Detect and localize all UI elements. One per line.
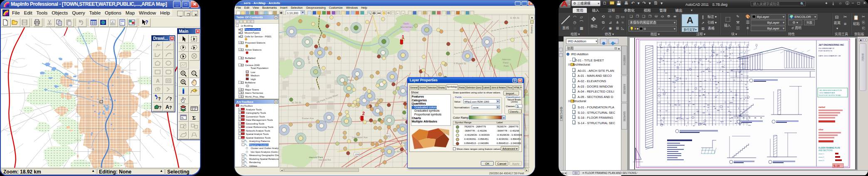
svg-text:silver: silver — [819, 129, 823, 131]
svg-text:Nash: Nash — [403, 22, 409, 25]
svg-text:Σ: Σ — [192, 115, 196, 121]
svg-text:1: 1 — [402, 34, 404, 39]
svg-text:?: ? — [159, 105, 161, 110]
svg-text:?: ? — [145, 20, 148, 25]
svg-text:Harrold Park: Harrold Park — [309, 156, 324, 159]
svg-text:marked: marked — [819, 106, 825, 108]
svg-text:2: 2 — [362, 111, 365, 116]
svg-text:?: ? — [169, 97, 172, 101]
svg-text:Foster Ave: Foster Ave — [302, 117, 314, 120]
svg-text:S-16: S-16 — [833, 164, 840, 167]
svg-text:FLOOR FRAMING PLAN: FLOOR FRAMING PLAN — [819, 147, 840, 149]
svg-text:?: ? — [158, 97, 161, 101]
svg-text:Park: Park — [504, 65, 509, 67]
svg-text:Harrold Rd: Harrold Rd — [319, 159, 331, 161]
svg-text:Elementary: Elementary — [401, 26, 413, 28]
svg-text:200 GREENLEAF ST: 200 GREENLEAF ST — [819, 47, 835, 49]
svg-text:sheet 2: sheet 2 — [819, 156, 824, 158]
svg-text:?: ? — [169, 105, 172, 110]
svg-text:FORT WORTH TX: FORT WORTH TX — [819, 50, 832, 52]
svg-text:A: A — [166, 104, 169, 110]
svg-text:1 2: 1 2 — [192, 108, 196, 110]
svg-text:Lancaster Ave: Lancaster Ave — [352, 136, 368, 139]
svg-text:F Peach St: F Peach St — [454, 62, 466, 65]
svg-text:AND SECTIONS: AND SECTIONS — [819, 149, 833, 152]
svg-text:199: 199 — [355, 153, 359, 156]
svg-text:DATE: 03/05 DRAWN BY: JW: DATE: 03/05 DRAWN BY: JW — [819, 55, 841, 57]
svg-text:J&T ENGINEERING INC: J&T ENGINEERING INC — [819, 44, 844, 46]
svg-text:A: A — [156, 78, 160, 84]
svg-text:IRD RESIDENCE ADDITION: IRD RESIDENCE ADDITION — [819, 89, 842, 91]
svg-text:Field: Field — [503, 61, 508, 64]
svg-text:sheet 3: sheet 3 — [819, 159, 824, 161]
svg-text:sheet 1: sheet 1 — [819, 153, 824, 155]
svg-text:Harmon: Harmon — [502, 58, 511, 61]
svg-text:W 7th St: W 7th St — [292, 101, 301, 104]
svg-text:76109 FORT WORTH TEXAS: 76109 FORT WORTH TEXAS — [819, 94, 841, 96]
svg-text:2410 WABASH AVE: 2410 WABASH AVE — [819, 92, 835, 94]
svg-text:E 4th St: E 4th St — [510, 17, 519, 19]
svg-text:?: ? — [182, 80, 184, 84]
